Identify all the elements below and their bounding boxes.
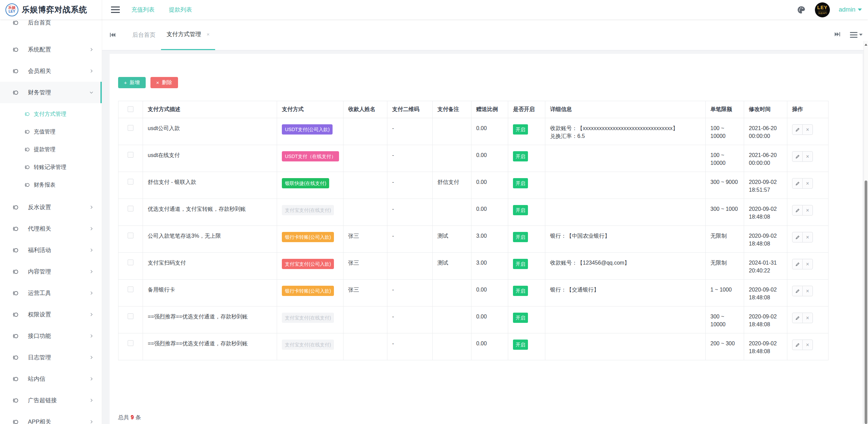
status-badge[interactable]: 开启 xyxy=(513,178,528,188)
sidebar-item[interactable]: 内容管理 xyxy=(0,261,102,282)
sidebar-item[interactable]: APP相关 xyxy=(0,411,102,424)
logo-text-bottom: LEY xyxy=(9,10,15,14)
sidebar-subitem[interactable]: 财务报表 xyxy=(0,176,102,194)
tab-payment-method[interactable]: 支付方式管理 × xyxy=(161,19,215,50)
circle-ring-icon xyxy=(12,68,19,75)
status-badge[interactable]: 开启 xyxy=(513,340,528,350)
close-x-icon: × xyxy=(806,342,809,348)
row-checkbox[interactable] xyxy=(128,340,133,346)
sidebar-item[interactable]: 福利活动 xyxy=(0,239,102,261)
skip-back-icon[interactable] xyxy=(109,31,116,38)
sidebar-item-label: 会员相关 xyxy=(28,67,89,75)
row-checkbox[interactable] xyxy=(128,152,133,158)
scrollbar-up-icon[interactable] xyxy=(865,44,867,46)
modified-time: 2020-09-0218:51:57 xyxy=(744,172,787,199)
sidebar-item[interactable]: 日志管理 xyxy=(0,347,102,368)
palette-icon[interactable] xyxy=(797,5,806,15)
edit-button[interactable] xyxy=(792,340,803,350)
edit-button[interactable] xyxy=(792,259,803,269)
sidebar-item[interactable]: 运营工具 xyxy=(0,282,102,304)
payee-name xyxy=(343,118,387,145)
detail-info xyxy=(545,333,706,360)
edit-button[interactable] xyxy=(792,205,803,216)
sidebar-item-label: 代理相关 xyxy=(28,225,89,233)
sidebar-item[interactable]: 反水设置 xyxy=(0,197,102,218)
status-badge[interactable]: 开启 xyxy=(513,205,528,215)
delete-row-button[interactable]: × xyxy=(802,286,813,296)
nav-withdraw-list[interactable]: 提款列表 xyxy=(169,6,192,14)
payment-method-badge: 支付宝支付(在线支付) xyxy=(282,340,334,350)
sidebar-item[interactable]: 接口功能 xyxy=(0,325,102,347)
edit-button[interactable] xyxy=(792,232,803,242)
sidebar-subitem[interactable]: 充值管理 xyxy=(0,123,102,141)
delete-row-button[interactable]: × xyxy=(802,232,813,242)
delete-row-button[interactable]: × xyxy=(802,340,813,350)
detail-info: 银行：【交通银行】 xyxy=(545,280,706,307)
edit-button[interactable] xyxy=(792,286,803,296)
edit-button[interactable] xyxy=(792,151,803,162)
modified-time: 2020-09-0218:48:08 xyxy=(744,226,787,253)
row-checkbox[interactable] xyxy=(128,286,133,292)
sidebar-subitem[interactable]: 转账记录管理 xyxy=(0,158,102,176)
modified-time: 2021-06-2000:00:00 xyxy=(744,118,787,145)
sidebar-item[interactable]: 会员相关 xyxy=(0,60,102,82)
edit-button[interactable] xyxy=(792,124,803,135)
user-menu[interactable]: admin xyxy=(839,6,862,13)
tab-close-icon[interactable]: × xyxy=(207,31,210,37)
delete-row-button[interactable]: × xyxy=(802,313,813,323)
sidebar-item[interactable]: 后台首页 xyxy=(0,19,102,33)
row-actions: × xyxy=(792,124,813,135)
select-all-checkbox[interactable] xyxy=(128,106,133,112)
payee-name xyxy=(343,172,387,199)
row-checkbox[interactable] xyxy=(128,179,133,185)
edit-button[interactable] xyxy=(792,178,803,189)
row-checkbox[interactable] xyxy=(128,206,133,211)
scrollbar-thumb[interactable] xyxy=(865,180,867,424)
status-badge[interactable]: 开启 xyxy=(513,232,528,242)
status-badge[interactable]: 开启 xyxy=(513,124,528,135)
row-checkbox[interactable] xyxy=(128,313,133,319)
close-x-icon: × xyxy=(806,235,809,240)
nav-recharge-list[interactable]: 充值列表 xyxy=(131,6,155,14)
delete-row-button[interactable]: × xyxy=(802,178,813,189)
sidebar-subitem-label: 提款管理 xyxy=(34,146,55,153)
edit-button[interactable] xyxy=(792,313,803,323)
status-badge[interactable]: 开启 xyxy=(513,259,528,269)
row-checkbox[interactable] xyxy=(128,233,133,238)
sidebar-item[interactable]: 系统配置 xyxy=(0,39,102,60)
table-row: 舒信支付 - 银联入款银联快捷(在线支付)-舒信支付0.00开启300 ~ 90… xyxy=(118,172,829,199)
content-card: + 新增 × 删除 支付方式描述支付方式收款人姓名支付二维码支付备注赠送比例是否… xyxy=(110,54,863,424)
row-checkbox[interactable] xyxy=(128,125,133,131)
chevron-right-icon xyxy=(89,291,94,295)
sidebar-menu: 后台首页系统配置会员相关财务管理支付方式管理充值管理提款管理转账记录管理财务报表… xyxy=(0,19,102,424)
close-x-icon: × xyxy=(806,181,809,186)
sidebar-item[interactable]: 权限设置 xyxy=(0,304,102,325)
circle-ring-icon xyxy=(12,19,19,26)
delete-row-button[interactable]: × xyxy=(802,151,813,162)
sidebar-item[interactable]: 广告超链接 xyxy=(0,390,102,411)
total-suffix: 条 xyxy=(135,414,141,420)
sidebar-subitem[interactable]: 提款管理 xyxy=(0,141,102,158)
list-caret-icon[interactable] xyxy=(850,32,863,38)
user-avatar[interactable]: LEY 乐娱API xyxy=(815,2,830,17)
sidebar-item-label: 内容管理 xyxy=(28,268,89,276)
sidebar-item[interactable]: 代理相关 xyxy=(0,218,102,239)
sidebar-subitem[interactable]: 支付方式管理 xyxy=(0,105,102,123)
sidebar-item-label: 站内信 xyxy=(28,375,89,383)
delete-row-button[interactable]: × xyxy=(802,124,813,135)
scrollbar-track[interactable] xyxy=(864,41,868,424)
status-badge[interactable]: 开启 xyxy=(513,313,528,323)
delete-row-button[interactable]: × xyxy=(802,259,813,269)
sidebar-item[interactable]: 站内信 xyxy=(0,368,102,390)
pay-remark xyxy=(433,280,471,307)
add-button[interactable]: + 新增 xyxy=(118,77,146,88)
status-badge[interactable]: 开启 xyxy=(513,151,528,161)
hamburger-menu-icon[interactable] xyxy=(111,6,120,13)
delete-button[interactable]: × 删除 xyxy=(150,77,178,88)
delete-row-button[interactable]: × xyxy=(802,205,813,216)
row-checkbox[interactable] xyxy=(128,260,133,265)
skip-forward-icon[interactable] xyxy=(834,31,841,39)
status-badge[interactable]: 开启 xyxy=(513,286,528,296)
sidebar-item[interactable]: 财务管理 xyxy=(0,82,102,103)
tab-dashboard[interactable]: 后台首页 xyxy=(127,19,161,50)
